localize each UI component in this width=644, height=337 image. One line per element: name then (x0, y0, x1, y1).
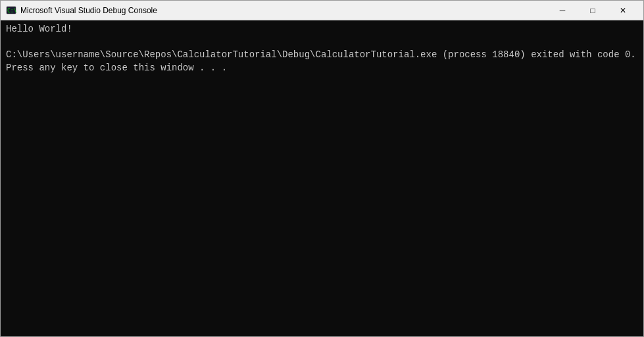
maximize-button[interactable]: □ (578, 1, 608, 20)
app-icon: C:\ (6, 5, 16, 16)
window-controls: ─ □ ✕ (547, 1, 638, 20)
close-button[interactable]: ✕ (608, 1, 638, 20)
title-bar: C:\ Microsoft Visual Studio Debug Consol… (1, 1, 643, 20)
console-line-1: Hello World! (6, 24, 72, 34)
console-line-3: C:\Users\username\Source\Repos\Calculato… (6, 49, 636, 60)
main-window: C:\ Microsoft Visual Studio Debug Consol… (0, 0, 644, 337)
window-title: Microsoft Visual Studio Debug Console (20, 6, 547, 15)
minimize-button[interactable]: ─ (547, 1, 578, 20)
console-area: Hello World! C:\Users\username\Source\Re… (1, 20, 643, 336)
console-line-4: Press any key to close this window . . . (6, 63, 227, 73)
console-output: Hello World! C:\Users\username\Source\Re… (6, 23, 638, 74)
svg-text:C:\: C:\ (7, 8, 16, 14)
